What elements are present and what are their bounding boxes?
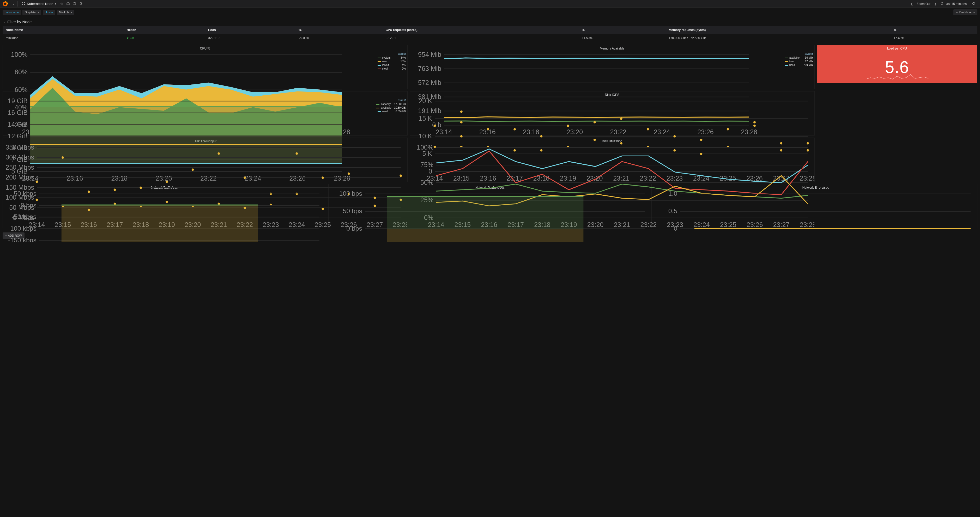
collapse-icon: ⌄ — [4, 20, 6, 23]
svg-text:1.0: 1.0 — [668, 190, 677, 197]
var-cluster-value[interactable]: Minikub — [57, 10, 74, 15]
svg-point-169 — [192, 168, 194, 171]
section-header[interactable]: ⌄ Filter by Node — [0, 17, 980, 26]
share-icon[interactable] — [65, 2, 71, 6]
svg-point-97 — [460, 121, 463, 124]
svg-point-96 — [460, 111, 463, 113]
svg-text:-150 kbps: -150 kbps — [8, 236, 37, 243]
svg-text:50 kbps: 50 kbps — [14, 190, 37, 197]
svg-text:572 Mib: 572 Mib — [418, 79, 441, 86]
time-range-picker[interactable]: Last 15 minutes — [940, 2, 967, 6]
svg-rect-2 — [22, 2, 23, 3]
svg-text:19 GiB: 19 GiB — [8, 97, 28, 105]
refresh-icon[interactable] — [970, 2, 977, 6]
panel-disk-iops[interactable]: Disk IOPS 20 K15 K10 K5 K023:1423:1523:1… — [410, 91, 815, 135]
svg-rect-4 — [22, 4, 23, 5]
panel-disk-usage[interactable]: Disk Usage and Capacity - /var/lib/docke… — [3, 91, 407, 135]
table-header[interactable]: % — [296, 26, 382, 34]
panel-memory[interactable]: Memory Available 954 Mib763 Mib572 Mib38… — [410, 45, 815, 89]
panel-disk-throughput[interactable]: Disk Throughput 350 Mbps300 Mbps250 Mbps… — [3, 138, 407, 182]
dashboard-title: Kubernetes Node — [27, 2, 53, 6]
health-ok-badge: ♥OK — [127, 36, 134, 40]
dashboards-button[interactable]: ≡ Dashboards — [953, 10, 977, 15]
table-cell: 0.12 / 1 — [383, 34, 579, 42]
svg-point-177 — [296, 152, 298, 155]
panel-load[interactable]: Load per CPU 5.6 — [817, 45, 977, 89]
svg-text:350 Mbps: 350 Mbps — [5, 144, 34, 151]
star-icon[interactable]: ☆ — [59, 2, 65, 6]
svg-point-104 — [540, 135, 542, 138]
panel-net-packets[interactable]: Network Packets/sec 100 bps50 bps0 bps-5… — [328, 184, 652, 228]
svg-text:10 K: 10 K — [418, 132, 432, 140]
panel-net-traffic[interactable]: Network Traffic/sec 50 kbps0 bps-50 kbps… — [3, 184, 326, 228]
svg-point-112 — [647, 128, 649, 130]
svg-point-98 — [460, 135, 463, 138]
svg-text:0 bps: 0 bps — [21, 202, 37, 209]
svg-text:0.5: 0.5 — [668, 208, 677, 214]
svg-text:100 bps: 100 bps — [339, 190, 362, 197]
svg-text:12 GiB: 12 GiB — [8, 132, 28, 140]
heart-icon: ♥ — [127, 36, 129, 40]
svg-point-181 — [348, 173, 350, 175]
svg-point-110 — [620, 117, 622, 120]
table-cell: 29.09% — [296, 34, 382, 42]
table-header[interactable]: Memory requests (bytes) — [665, 26, 890, 34]
svg-text:200 Mbps: 200 Mbps — [5, 174, 34, 181]
clock-icon — [940, 2, 943, 6]
table-cell: ♥OK — [124, 34, 205, 42]
table-header[interactable]: % — [891, 26, 977, 34]
svg-point-167 — [165, 181, 168, 183]
cpu-legend: currentsystem34%user13%iowait4%steal0% — [378, 52, 406, 71]
svg-text:954 Mib: 954 Mib — [418, 51, 441, 58]
panel-cpu[interactable]: CPU % 100%80%60%40%20%23:1423:1623:1823:… — [3, 45, 407, 89]
table-header[interactable]: CPU requests (cores) — [383, 26, 579, 34]
table-header[interactable]: Health — [124, 26, 205, 34]
time-back-icon[interactable]: ❮ — [910, 2, 913, 6]
table-cell: 170.000 GiB / 972.530 GiB — [665, 34, 890, 42]
table-header[interactable]: % — [579, 26, 665, 34]
gear-icon[interactable] — [78, 2, 84, 6]
svg-rect-3 — [24, 2, 25, 3]
var-datasource-label[interactable]: datasource — [3, 10, 21, 15]
memory-legend: currentavailable36 Mibfree62 Mibused799 … — [785, 52, 813, 67]
zoom-out-button[interactable]: Zoom Out — [916, 2, 931, 6]
svg-text:100%: 100% — [11, 51, 28, 58]
panel-net-errors[interactable]: Network Errors/sec 1.00.50-0.5-1.023:142… — [654, 184, 977, 228]
panel-grid: CPU % 100%80%60%40%20%23:1423:1623:1823:… — [0, 45, 980, 231]
svg-text:250 Mbps: 250 Mbps — [5, 163, 34, 171]
logo-menu-caret[interactable] — [10, 2, 16, 6]
panel-title: CPU % — [3, 45, 407, 51]
topbar: Kubernetes Node ▾ ☆ ❮ Zoom Out ❯ Last 15… — [0, 0, 980, 8]
var-datasource-value[interactable]: Graphite — [22, 10, 41, 15]
table-cell: 11.50% — [579, 34, 665, 42]
dashboard-title-dropdown[interactable]: Kubernetes Node ▾ — [19, 2, 59, 6]
dashboard-grid-icon — [22, 2, 25, 6]
table-header[interactable]: Node Name — [3, 26, 124, 34]
load-singlestat: Load per CPU 5.6 — [817, 45, 977, 83]
svg-point-120 — [753, 125, 756, 127]
svg-point-116 — [700, 139, 702, 141]
net-errors-chart: 1.00.50-0.5-1.023:1423:1623:1823:2023:22… — [654, 190, 977, 243]
table-row[interactable]: minikube♥OK32 / 11029.09%0.12 / 111.50%1… — [3, 34, 977, 42]
svg-text:-50 kbps: -50 kbps — [12, 213, 37, 220]
grafana-logo[interactable] — [2, 0, 9, 8]
svg-point-109 — [593, 139, 596, 141]
svg-point-100 — [487, 128, 489, 130]
panel-title: Memory Available — [410, 45, 815, 51]
var-cluster-label[interactable]: cluster — [43, 10, 55, 15]
save-icon[interactable] — [71, 2, 78, 6]
disk-usage-legend: currentcapacity17.88 GiBavailable10.39 G… — [376, 99, 406, 113]
svg-point-179 — [321, 176, 324, 179]
node-table: Node NameHealthPods%CPU requests (cores)… — [3, 26, 977, 42]
panel-disk-util[interactable]: Disk Utilization 100%75%50%25%0%23:1423:… — [410, 138, 815, 182]
section-title-text: Filter by Node — [7, 19, 32, 24]
svg-point-165 — [140, 187, 142, 189]
table-header[interactable]: Pods — [205, 26, 296, 34]
net-packets-chart: 100 bps50 bps0 bps-50 bps-100 bps23:1423… — [329, 190, 652, 243]
svg-text:300 Mbps: 300 Mbps — [5, 154, 34, 161]
svg-rect-5 — [24, 4, 25, 5]
svg-point-108 — [593, 121, 596, 124]
time-forward-icon[interactable]: ❯ — [934, 2, 937, 6]
svg-text:-100 kbps: -100 kbps — [8, 225, 37, 232]
svg-point-94 — [433, 125, 436, 127]
